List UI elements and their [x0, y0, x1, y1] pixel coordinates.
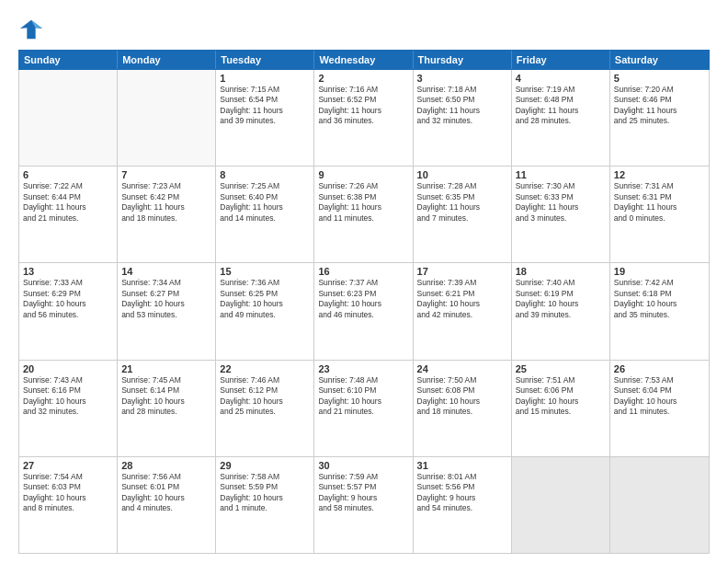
logo-icon: [18, 17, 44, 42]
calendar-cell: [19, 70, 118, 166]
calendar-cell: [118, 70, 216, 166]
day-number: 12: [614, 169, 705, 180]
cell-info: Sunrise: 7:36 AM Sunset: 6:25 PM Dayligh…: [220, 278, 310, 320]
cell-info: Sunrise: 7:59 AM Sunset: 5:57 PM Dayligh…: [318, 472, 408, 514]
cell-info: Sunrise: 7:20 AM Sunset: 6:46 PM Dayligh…: [614, 85, 705, 127]
calendar-cell: 21Sunrise: 7:45 AM Sunset: 6:14 PM Dayli…: [118, 361, 216, 456]
day-number: 17: [417, 266, 507, 277]
cell-info: Sunrise: 7:37 AM Sunset: 6:23 PM Dayligh…: [318, 278, 408, 320]
calendar-cell: [610, 457, 709, 553]
day-number: 3: [417, 73, 507, 84]
calendar-cell: 14Sunrise: 7:34 AM Sunset: 6:27 PM Dayli…: [118, 263, 216, 359]
calendar-cell: 12Sunrise: 7:31 AM Sunset: 6:31 PM Dayli…: [610, 167, 709, 262]
calendar-cell: 5Sunrise: 7:20 AM Sunset: 6:46 PM Daylig…: [610, 70, 709, 166]
day-number: 19: [614, 266, 705, 277]
day-of-week-header: Friday: [512, 51, 610, 69]
calendar-cell: 2Sunrise: 7:16 AM Sunset: 6:52 PM Daylig…: [314, 70, 413, 166]
day-number: 28: [121, 460, 211, 471]
calendar-cell: 20Sunrise: 7:43 AM Sunset: 6:16 PM Dayli…: [19, 361, 118, 456]
day-number: 11: [516, 169, 606, 180]
cell-info: Sunrise: 7:26 AM Sunset: 6:38 PM Dayligh…: [318, 181, 408, 224]
calendar-row: 20Sunrise: 7:43 AM Sunset: 6:16 PM Dayli…: [19, 360, 709, 456]
calendar-cell: 10Sunrise: 7:28 AM Sunset: 6:35 PM Dayli…: [414, 167, 512, 262]
cell-info: Sunrise: 7:33 AM Sunset: 6:29 PM Dayligh…: [23, 278, 113, 320]
calendar-cell: 19Sunrise: 7:42 AM Sunset: 6:18 PM Dayli…: [610, 263, 709, 359]
cell-info: Sunrise: 7:58 AM Sunset: 5:59 PM Dayligh…: [220, 472, 310, 514]
calendar-cell: [512, 457, 610, 553]
calendar-cell: 11Sunrise: 7:30 AM Sunset: 6:33 PM Dayli…: [512, 167, 610, 262]
cell-info: Sunrise: 8:01 AM Sunset: 5:56 PM Dayligh…: [417, 472, 507, 514]
calendar-cell: 26Sunrise: 7:53 AM Sunset: 6:04 PM Dayli…: [610, 361, 709, 456]
calendar-cell: 15Sunrise: 7:36 AM Sunset: 6:25 PM Dayli…: [216, 263, 314, 359]
cell-info: Sunrise: 7:19 AM Sunset: 6:48 PM Dayligh…: [516, 85, 606, 127]
calendar-cell: 31Sunrise: 8:01 AM Sunset: 5:56 PM Dayli…: [414, 457, 512, 553]
calendar-cell: 16Sunrise: 7:37 AM Sunset: 6:23 PM Dayli…: [314, 263, 413, 359]
calendar-cell: 7Sunrise: 7:23 AM Sunset: 6:42 PM Daylig…: [118, 167, 216, 262]
cell-info: Sunrise: 7:56 AM Sunset: 6:01 PM Dayligh…: [121, 472, 211, 514]
day-number: 20: [23, 363, 113, 374]
day-of-week-header: Wednesday: [314, 51, 413, 69]
page: SundayMondayTuesdayWednesdayThursdayFrid…: [0, 0, 728, 563]
calendar-cell: 22Sunrise: 7:46 AM Sunset: 6:12 PM Dayli…: [216, 361, 314, 456]
day-number: 2: [318, 73, 408, 84]
day-number: 24: [417, 363, 507, 374]
calendar-cell: 6Sunrise: 7:22 AM Sunset: 6:44 PM Daylig…: [19, 167, 118, 262]
day-number: 23: [318, 363, 408, 374]
calendar-cell: 28Sunrise: 7:56 AM Sunset: 6:01 PM Dayli…: [118, 457, 216, 553]
day-of-week-header: Sunday: [19, 51, 118, 69]
cell-info: Sunrise: 7:50 AM Sunset: 6:08 PM Dayligh…: [417, 375, 507, 418]
cell-info: Sunrise: 7:23 AM Sunset: 6:42 PM Dayligh…: [121, 181, 211, 224]
cell-info: Sunrise: 7:42 AM Sunset: 6:18 PM Dayligh…: [614, 278, 705, 320]
calendar-row: 13Sunrise: 7:33 AM Sunset: 6:29 PM Dayli…: [19, 262, 709, 359]
calendar-cell: 18Sunrise: 7:40 AM Sunset: 6:19 PM Dayli…: [512, 263, 610, 359]
cell-info: Sunrise: 7:53 AM Sunset: 6:04 PM Dayligh…: [614, 375, 705, 418]
logo: [18, 17, 46, 42]
cell-info: Sunrise: 7:30 AM Sunset: 6:33 PM Dayligh…: [516, 181, 606, 224]
calendar-cell: 3Sunrise: 7:18 AM Sunset: 6:50 PM Daylig…: [414, 70, 512, 166]
day-number: 22: [220, 363, 310, 374]
day-number: 13: [23, 266, 113, 277]
cell-info: Sunrise: 7:25 AM Sunset: 6:40 PM Dayligh…: [220, 181, 310, 224]
calendar-row: 27Sunrise: 7:54 AM Sunset: 6:03 PM Dayli…: [19, 456, 709, 553]
day-number: 27: [23, 460, 113, 471]
day-of-week-header: Thursday: [414, 51, 512, 69]
cell-info: Sunrise: 7:31 AM Sunset: 6:31 PM Dayligh…: [614, 181, 705, 224]
cell-info: Sunrise: 7:45 AM Sunset: 6:14 PM Dayligh…: [121, 375, 211, 418]
day-number: 9: [318, 169, 408, 180]
calendar-cell: 25Sunrise: 7:51 AM Sunset: 6:06 PM Dayli…: [512, 361, 610, 456]
day-of-week-header: Tuesday: [216, 51, 314, 69]
day-number: 18: [516, 266, 606, 277]
day-number: 26: [614, 363, 705, 374]
day-number: 25: [516, 363, 606, 374]
day-of-week-header: Saturday: [610, 51, 709, 69]
day-number: 31: [417, 460, 507, 471]
cell-info: Sunrise: 7:51 AM Sunset: 6:06 PM Dayligh…: [516, 375, 606, 418]
cell-info: Sunrise: 7:40 AM Sunset: 6:19 PM Dayligh…: [516, 278, 606, 320]
day-number: 30: [318, 460, 408, 471]
calendar-cell: 8Sunrise: 7:25 AM Sunset: 6:40 PM Daylig…: [216, 167, 314, 262]
cell-info: Sunrise: 7:28 AM Sunset: 6:35 PM Dayligh…: [417, 181, 507, 224]
calendar-header: SundayMondayTuesdayWednesdayThursdayFrid…: [18, 50, 710, 70]
day-number: 1: [220, 73, 310, 84]
cell-info: Sunrise: 7:54 AM Sunset: 6:03 PM Dayligh…: [23, 472, 113, 514]
cell-info: Sunrise: 7:34 AM Sunset: 6:27 PM Dayligh…: [121, 278, 211, 320]
day-number: 6: [23, 169, 113, 180]
day-number: 5: [614, 73, 705, 84]
calendar-cell: 17Sunrise: 7:39 AM Sunset: 6:21 PM Dayli…: [414, 263, 512, 359]
header: [18, 17, 710, 42]
calendar-cell: 24Sunrise: 7:50 AM Sunset: 6:08 PM Dayli…: [414, 361, 512, 456]
calendar-cell: 9Sunrise: 7:26 AM Sunset: 6:38 PM Daylig…: [314, 167, 413, 262]
calendar-row: 1Sunrise: 7:15 AM Sunset: 6:54 PM Daylig…: [19, 70, 709, 166]
day-number: 4: [516, 73, 606, 84]
day-number: 14: [121, 266, 211, 277]
svg-marker-0: [20, 20, 42, 40]
day-of-week-header: Monday: [118, 51, 216, 69]
day-number: 29: [220, 460, 310, 471]
calendar-cell: 27Sunrise: 7:54 AM Sunset: 6:03 PM Dayli…: [19, 457, 118, 553]
calendar-body: 1Sunrise: 7:15 AM Sunset: 6:54 PM Daylig…: [18, 70, 710, 554]
calendar-cell: 4Sunrise: 7:19 AM Sunset: 6:48 PM Daylig…: [512, 70, 610, 166]
day-number: 21: [121, 363, 211, 374]
day-number: 10: [417, 169, 507, 180]
calendar-cell: 1Sunrise: 7:15 AM Sunset: 6:54 PM Daylig…: [216, 70, 314, 166]
calendar: SundayMondayTuesdayWednesdayThursdayFrid…: [18, 50, 710, 554]
